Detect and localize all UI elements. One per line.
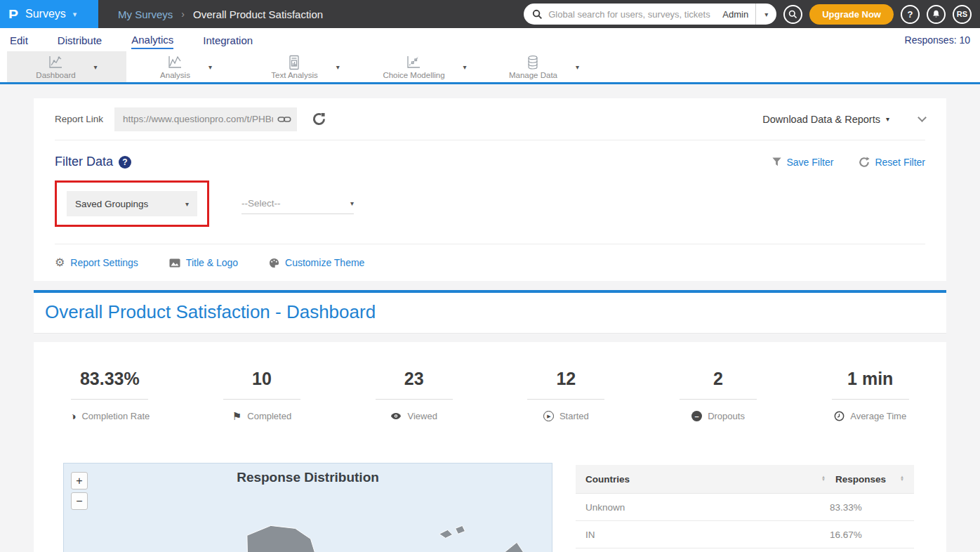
stat-value: 83.33% — [80, 369, 140, 389]
table-row: Total 100.00% — [576, 548, 914, 552]
stat-average-time: 1 min Average Time — [794, 369, 946, 421]
caret-down-icon[interactable]: ▾ — [336, 63, 340, 71]
stat-value: 1 min — [847, 369, 893, 389]
product-label: Surveys — [25, 8, 66, 20]
play-circle-icon: ▶ — [543, 411, 554, 421]
countries-table: Countries ▲▼ Responses ▲▼ Unknown 83.33%… — [576, 465, 914, 552]
caret-down-icon: ▾ — [185, 200, 189, 208]
report-widget-icon[interactable] — [312, 112, 326, 126]
sort-icon[interactable]: ▲▼ — [900, 476, 904, 481]
search-input[interactable] — [548, 9, 715, 20]
countries-table-header: Countries ▲▼ Responses ▲▼ — [576, 465, 914, 494]
stat-label: Average Time — [850, 411, 906, 421]
map-zoom-in-button[interactable]: + — [71, 472, 88, 489]
reset-filter-button[interactable]: Reset Filter — [859, 157, 925, 168]
responses-cell: 83.33% — [830, 502, 904, 513]
stat-viewed: 23 Viewed — [338, 369, 490, 421]
stat-completed: 10 ⚑ Completed — [186, 369, 338, 421]
tab-analytics[interactable]: Analytics — [131, 30, 173, 49]
report-link-field[interactable]: https://www.questionpro.com/t/PHBu — [114, 107, 297, 131]
user-avatar[interactable]: RS — [953, 5, 972, 24]
toolbar-item-label: Dashboard — [36, 71, 75, 79]
grouping-value-select[interactable]: --Select-- ▾ — [241, 193, 354, 214]
header-actions: Admin ▾ Upgrade Now ? RS — [524, 4, 980, 25]
search-icon — [788, 10, 797, 19]
toolbar-item-label: Text Analysis — [271, 71, 317, 79]
customize-theme-link[interactable]: Customize Theme — [269, 257, 364, 268]
divider — [223, 399, 300, 400]
caret-down-icon[interactable]: ▾ — [208, 63, 212, 71]
breadcrumb-my-surveys[interactable]: My Surveys — [118, 8, 173, 20]
search-icon — [532, 9, 543, 20]
caret-down-icon: ▾ — [764, 11, 768, 18]
stat-value: 23 — [404, 369, 424, 389]
tab-distribute[interactable]: Distribute — [58, 31, 102, 48]
report-settings-link[interactable]: ⚙ Report Settings — [55, 257, 138, 268]
upgrade-now-button[interactable]: Upgrade Now — [809, 4, 894, 25]
notifications-button[interactable] — [927, 5, 946, 24]
toolbar-item-choice-modelling[interactable]: Choice Modelling ▾ — [365, 51, 484, 82]
document-chart-icon — [286, 55, 303, 70]
world-map[interactable] — [64, 492, 553, 552]
divider — [680, 399, 757, 400]
half-circle-icon: ◑ — [69, 411, 76, 421]
save-filter-label: Save Filter — [787, 157, 834, 168]
stat-started: 12 ▶ Started — [490, 369, 642, 421]
toolbar-item-label: Analysis — [160, 71, 190, 79]
line-chart-icon — [47, 55, 64, 70]
title-logo-label: Title & Logo — [186, 257, 238, 268]
stat-value: 2 — [713, 369, 723, 389]
reset-filter-label: Reset Filter — [875, 157, 925, 168]
search-scope-label: Admin — [715, 9, 755, 20]
toolbar-item-text-analysis[interactable]: Text Analysis ▾ — [246, 51, 365, 82]
response-distribution-map: Response Distribution + − — [63, 463, 552, 552]
search-toggle-button[interactable] — [783, 5, 802, 24]
country-cell: IN — [585, 530, 830, 540]
link-icon[interactable] — [277, 114, 291, 124]
collapse-chevron-icon[interactable] — [918, 113, 927, 122]
tab-integration[interactable]: Integration — [203, 31, 253, 48]
caret-down-icon[interactable]: ▾ — [463, 63, 467, 71]
stat-completion-rate: 83.33% ◑ Completion Rate — [34, 369, 186, 421]
grouping-select-placeholder: --Select-- — [241, 198, 350, 209]
gear-icon: ⚙ — [55, 257, 65, 268]
caret-down-icon: ▾ — [350, 199, 354, 207]
download-data-reports-dropdown[interactable]: Download Data & Reports ▾ — [762, 114, 889, 125]
save-filter-button[interactable]: Save Filter — [772, 157, 834, 168]
toolbar-item-dashboard[interactable]: Dashboard ▾ — [7, 51, 126, 82]
saved-groupings-value: Saved Groupings — [75, 199, 185, 209]
search-scope-dropdown[interactable]: ▾ — [755, 4, 776, 25]
countries-header: Countries — [585, 474, 817, 485]
page-title: Overall Product Satisfaction - Dashboard — [45, 301, 935, 323]
download-data-reports-label: Download Data & Reports — [762, 114, 880, 125]
divider — [832, 399, 909, 400]
sort-icon[interactable]: ▲▼ — [821, 476, 826, 481]
report-link-row: Report Link https://www.questionpro.com/… — [55, 98, 925, 140]
saved-groupings-select[interactable]: Saved Groupings ▾ — [67, 191, 197, 216]
tab-edit[interactable]: Edit — [10, 31, 28, 48]
caret-down-icon[interactable]: ▾ — [576, 63, 579, 71]
toolbar-item-label: Choice Modelling — [383, 71, 444, 79]
global-search[interactable]: Admin ▾ — [524, 4, 776, 25]
toolbar-item-analysis[interactable]: Analysis ▾ — [126, 51, 246, 82]
stat-label: Completed — [247, 411, 291, 421]
country-cell: Unknown — [585, 502, 830, 513]
filter-help-icon[interactable]: ? — [119, 156, 131, 169]
title-logo-link[interactable]: Title & Logo — [169, 257, 238, 268]
divider — [71, 399, 148, 400]
palette-icon — [269, 258, 279, 268]
caret-down-icon[interactable]: ▾ — [94, 63, 98, 71]
eye-icon — [390, 412, 402, 420]
responses-header: Responses — [835, 474, 896, 485]
surveys-product-menu[interactable]: P Surveys ▾ — [0, 0, 98, 28]
toolbar-item-manage-data[interactable]: Manage Data ▾ — [484, 51, 604, 82]
filter-data-title: Filter Data — [55, 155, 113, 169]
dashboard-stats-card: 83.33% ◑ Completion Rate 10 ⚑ Completed … — [34, 342, 946, 552]
stat-dropouts: 2 – Dropouts — [642, 369, 795, 421]
customize-theme-label: Customize Theme — [285, 257, 364, 268]
map-title: Response Distribution — [64, 470, 552, 485]
highlight-red-box: Saved Groupings ▾ — [55, 180, 209, 227]
help-button[interactable]: ? — [901, 5, 920, 24]
caret-down-icon: ▾ — [886, 115, 889, 123]
toolbar-item-label: Manage Data — [509, 71, 557, 79]
